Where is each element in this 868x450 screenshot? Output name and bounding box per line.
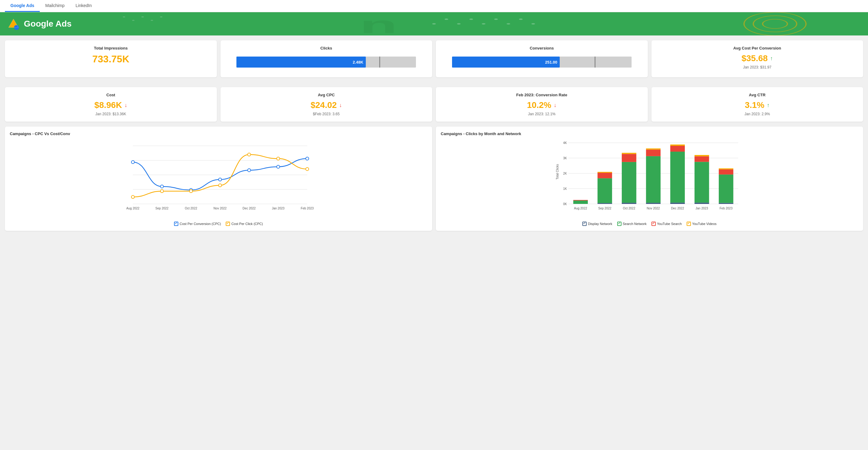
card-conversion-rate: Feb 2023: Conversion Rate10.2%↓Jan 2023:…: [436, 87, 648, 122]
svg-text:Feb 2023: Feb 2023: [720, 207, 733, 210]
svg-point-34: [161, 185, 164, 188]
svg-point-46: [306, 167, 309, 170]
trend-arrow-conversion-rate: ↓: [554, 102, 556, 108]
svg-text:Nov 2022: Nov 2022: [214, 207, 227, 210]
svg-point-17: [132, 20, 134, 21]
banner: Google Ads n: [0, 12, 868, 35]
legend-label: Cost Per Click (CPC): [231, 222, 263, 226]
card-sub-conversion-rate: Jan 2023: 12.1%: [442, 112, 642, 116]
svg-point-40: [131, 195, 134, 198]
svg-point-3: [432, 23, 436, 25]
clicks-chart-legend: Display NetworkSearch NetworkYouTube Sea…: [441, 222, 858, 226]
svg-rect-59: [573, 200, 588, 200]
cpc-chart-card: Campaigns - CPC Vs Cost/Conv Aug 2022Sep…: [5, 127, 432, 231]
metrics-row-1: Total Impressions733.75KClicks2.48KConve…: [0, 35, 868, 82]
card-value-row-conversion-rate: 10.2%↓: [442, 100, 642, 110]
svg-point-11: [531, 23, 535, 25]
cpc-legend-item: Cost Per Click (CPC): [226, 222, 263, 226]
gauge-value-clicks: 2.48K: [353, 60, 363, 65]
svg-point-41: [161, 190, 164, 193]
svg-rect-77: [671, 152, 685, 203]
tab-google-ads[interactable]: Google Ads: [5, 0, 40, 12]
card-value-conversion-rate: 10.2%: [527, 100, 551, 110]
cpc-chart-title: Campaigns - CPC Vs Cost/Conv: [10, 131, 427, 136]
svg-text:Jan 2023: Jan 2023: [272, 207, 285, 210]
card-title-cost: Cost: [11, 93, 211, 97]
legend-check-icon: [687, 222, 691, 226]
legend-label: YouTube Search: [657, 222, 682, 226]
cpc-line-chart: Aug 2022Sep 2022Oct 2022Nov 2022Dec 2022…: [10, 140, 427, 219]
svg-rect-63: [598, 173, 612, 178]
svg-rect-84: [694, 155, 709, 156]
svg-point-37: [248, 169, 251, 172]
card-title-conversion-rate: Feb 2023: Conversion Rate: [442, 93, 642, 97]
google-ads-logo: [7, 18, 20, 30]
svg-point-18: [141, 17, 144, 18]
svg-text:Aug 2022: Aug 2022: [574, 207, 587, 210]
svg-rect-62: [598, 178, 612, 203]
legend-label: Cost Per Conversion (CPC): [180, 222, 221, 226]
svg-rect-79: [671, 144, 685, 146]
card-value-row-cost: $8.96K↓: [11, 100, 211, 110]
card-title-total-impressions: Total Impressions: [11, 46, 211, 51]
svg-rect-87: [719, 174, 734, 203]
svg-rect-72: [646, 156, 661, 203]
svg-point-13: [753, 15, 797, 32]
card-title-avg-cost-per-conversion: Avg Cost Per Conversion: [658, 46, 857, 51]
svg-text:Aug 2022: Aug 2022: [126, 207, 140, 210]
card-value-avg-ctr: 3.1%: [745, 100, 764, 110]
svg-text:4K: 4K: [563, 141, 567, 144]
card-avg-cpc: Avg CPC$24.02↓$Feb 2023: 3.65: [220, 87, 432, 122]
svg-point-12: [763, 19, 787, 28]
card-title-avg-ctr: Avg CTR: [658, 93, 857, 97]
svg-rect-66: [622, 203, 637, 204]
clicks-legend-item: YouTube Search: [651, 222, 682, 226]
svg-rect-81: [694, 203, 709, 204]
card-sub-avg-cost-per-conversion: Jan 2023: $31.97: [658, 65, 857, 69]
svg-rect-86: [719, 203, 734, 204]
svg-rect-78: [671, 146, 685, 152]
card-sub-avg-cpc: $Feb 2023: 3.65: [227, 112, 426, 116]
tab-linkedin[interactable]: LinkedIn: [70, 0, 97, 12]
tab-bar: Google Ads Mailchimp LinkedIn: [0, 0, 868, 12]
svg-rect-83: [694, 156, 709, 162]
card-value-avg-cpc: $24.02: [310, 100, 337, 110]
clicks-chart-title: Campaigns - Clicks by Month and Network: [441, 131, 858, 136]
svg-point-43: [219, 184, 222, 187]
svg-text:Oct 2022: Oct 2022: [185, 207, 197, 210]
legend-check-icon: [582, 222, 587, 226]
svg-rect-69: [622, 153, 637, 154]
svg-text:1K: 1K: [563, 187, 567, 190]
clicks-bar-chart: 0K1K2K3K4KTotal ClicksAug 2022Sep 2022Oc…: [441, 140, 858, 219]
svg-text:3K: 3K: [563, 157, 567, 160]
tab-mailchimp[interactable]: Mailchimp: [40, 0, 70, 12]
svg-text:Dec 2022: Dec 2022: [243, 207, 256, 210]
card-cost: Cost$8.96K↓Jan 2023: $13.36K: [5, 87, 217, 122]
cpc-legend-item: Cost Per Conversion (CPC): [174, 222, 221, 226]
svg-rect-61: [598, 203, 612, 204]
svg-text:Oct 2022: Oct 2022: [623, 207, 635, 210]
card-value-row-avg-cost-per-conversion: $35.68↑: [658, 54, 857, 63]
svg-rect-71: [646, 203, 661, 204]
trend-arrow-avg-cost-per-conversion: ↑: [770, 55, 773, 62]
card-conversions: Conversions251.00: [436, 40, 648, 77]
card-title-avg-cpc: Avg CPC: [227, 93, 426, 97]
card-clicks: Clicks2.48K: [220, 40, 432, 77]
svg-point-7: [482, 23, 485, 25]
svg-point-16: [123, 17, 125, 18]
svg-point-4: [444, 19, 448, 20]
svg-rect-74: [646, 149, 661, 150]
legend-check-icon: [617, 222, 621, 226]
svg-point-14: [744, 12, 806, 35]
svg-point-5: [457, 23, 461, 25]
svg-point-10: [519, 19, 523, 20]
card-sub-avg-ctr: Jan 2023: 2.9%: [658, 112, 857, 116]
svg-rect-73: [646, 150, 661, 156]
svg-text:n: n: [360, 12, 398, 35]
svg-rect-58: [573, 200, 588, 204]
card-sub-cost: Jan 2023: $13.36K: [11, 112, 211, 116]
clicks-legend-item: Display Network: [582, 222, 612, 226]
svg-rect-64: [598, 172, 612, 173]
svg-rect-76: [671, 203, 685, 204]
card-value-row-avg-ctr: 3.1%↑: [658, 100, 857, 110]
